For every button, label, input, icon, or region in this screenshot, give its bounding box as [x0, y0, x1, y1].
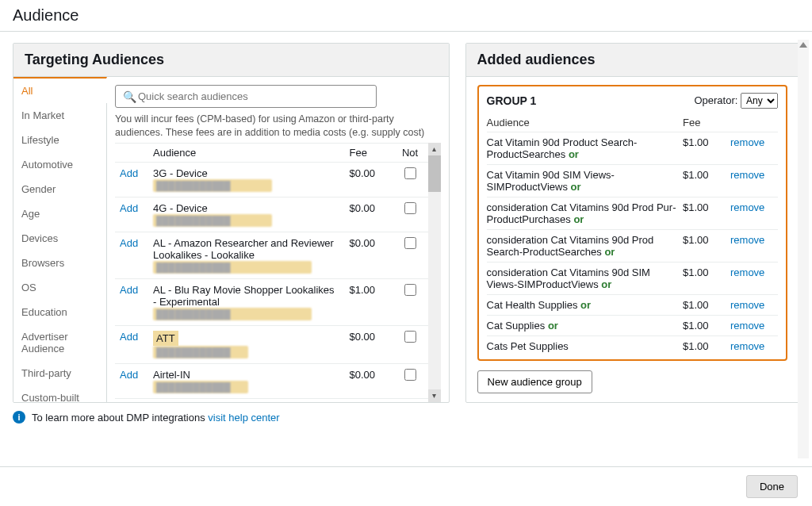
added-name: consideration Cat Vitamins 90d Prod Sear…: [487, 234, 654, 258]
fee-disclaimer: You will incur fees (CPM-based) for usin…: [115, 113, 441, 140]
added-row: Cat Supplies or$1.00remove: [487, 316, 778, 336]
page-scrollbar[interactable]: [798, 40, 809, 458]
scroll-up-icon[interactable]: ▴: [428, 143, 441, 155]
category-tab[interactable]: Automotive: [13, 152, 106, 177]
col-not: Not: [393, 144, 428, 163]
category-tab[interactable]: Age: [13, 201, 106, 226]
added-fee: $1.00: [683, 169, 730, 181]
or-label: or: [571, 181, 581, 193]
or-label: or: [604, 246, 615, 258]
scroll-thumb[interactable]: [428, 155, 441, 192]
added-fee: $1.00: [683, 266, 730, 278]
scroll-down-icon[interactable]: ▾: [428, 389, 441, 402]
table-row: AddAL - Blu Ray Movie Shopper Lookalikes…: [115, 278, 428, 325]
category-tab[interactable]: Third-party: [13, 361, 106, 385]
added-name: Cats Pet Supplies: [487, 340, 569, 352]
fee-cell: $1.00: [345, 278, 393, 325]
table-row: AddAlexa Skills - Contextual Product Cat…: [115, 398, 428, 402]
added-fee: $1.00: [683, 299, 730, 311]
table-scrollbar[interactable]: ▴ ▾: [428, 143, 441, 402]
added-fee: $1.00: [683, 320, 730, 332]
audience-group: GROUP 1 Operator: Any Audience Fee: [477, 85, 787, 361]
category-tab[interactable]: All: [13, 77, 107, 103]
add-link[interactable]: Add: [120, 167, 138, 179]
remove-link[interactable]: remove: [730, 169, 764, 181]
or-label: or: [573, 213, 584, 225]
new-audience-group-button[interactable]: New audience group: [477, 370, 592, 393]
fee-cell: $0.00: [345, 325, 393, 363]
not-checkbox[interactable]: [404, 284, 416, 296]
fee-cell: $0.00: [345, 197, 393, 232]
fee-cell: $0.00: [345, 232, 393, 278]
remove-link[interactable]: remove: [730, 299, 764, 311]
info-text: To learn more about DMP integrations: [32, 412, 208, 424]
operator-select[interactable]: Any: [741, 93, 778, 109]
added-row: consideration Cat Vitamins 90d SIM Views…: [487, 263, 778, 295]
add-link[interactable]: Add: [120, 237, 138, 249]
added-row: consideration Cat Vitamins 90d Prod Pur-…: [487, 197, 778, 230]
info-bar: i To learn more about DMP integrations v…: [0, 403, 812, 431]
search-input[interactable]: [115, 85, 377, 108]
added-name: Cat Health Supplies: [487, 299, 578, 311]
not-checkbox[interactable]: [404, 369, 416, 381]
added-name: Cat Vitamin 90d Product Search-ProductSe…: [487, 136, 638, 160]
category-tab[interactable]: Education: [13, 300, 106, 324]
table-row: AddAirtel-IN████████████$0.00: [115, 363, 428, 398]
not-checkbox[interactable]: [404, 167, 416, 179]
operator-label: Operator:: [694, 94, 737, 106]
remove-link[interactable]: remove: [730, 136, 764, 148]
remove-link[interactable]: remove: [730, 201, 764, 213]
added-row: Cat Vitamin 90d SIM Views-SIMProductView…: [487, 165, 778, 197]
remove-link[interactable]: remove: [730, 340, 764, 352]
group-label: GROUP 1: [487, 94, 537, 107]
or-label: or: [601, 278, 611, 290]
col-audience: Audience: [148, 144, 345, 163]
or-label: or: [580, 299, 591, 311]
added-fee: $1.00: [683, 234, 730, 246]
table-row: AddAL - Amazon Researcher and Reviewer L…: [115, 232, 428, 278]
added-row: Cat Health Supplies or$1.00remove: [487, 295, 778, 316]
add-link[interactable]: Add: [120, 331, 138, 343]
category-tab[interactable]: Custom-built: [13, 385, 106, 403]
not-checkbox[interactable]: [404, 202, 416, 214]
added-name: Cat Vitamin 90d SIM Views-SIMProductView…: [487, 169, 615, 193]
added-fee: $1.00: [683, 201, 730, 213]
remove-link[interactable]: remove: [730, 266, 764, 278]
added-name: consideration Cat Vitamins 90d SIM Views…: [487, 266, 650, 290]
category-tab[interactable]: Gender: [13, 177, 106, 201]
table-row: Add3G - Device████████████$0.00: [115, 162, 428, 197]
done-button[interactable]: Done: [746, 475, 798, 498]
help-link[interactable]: visit help center: [208, 412, 279, 424]
add-link[interactable]: Add: [120, 369, 138, 381]
scroll-up-icon[interactable]: [799, 42, 807, 48]
category-tab[interactable]: Devices: [13, 226, 106, 251]
added-fee: $1.00: [683, 340, 730, 352]
or-label: or: [548, 320, 558, 332]
not-checkbox[interactable]: [404, 237, 416, 249]
fee-cell: $0.00: [345, 398, 393, 402]
added-row: consideration Cat Vitamins 90d Prod Sear…: [487, 230, 778, 263]
category-tab[interactable]: Lifestyle: [13, 128, 106, 152]
added-panel-title: Added audiences: [466, 44, 799, 77]
targeting-panel: Targeting Audiences AllIn MarketLifestyl…: [13, 43, 450, 403]
col-fee: Fee: [345, 144, 393, 163]
category-tab[interactable]: Browsers: [13, 251, 106, 275]
added-row: Cats Pet Supplies$1.00remove: [487, 336, 778, 356]
page-title: Audience: [0, 0, 812, 32]
fee-cell: $0.00: [345, 162, 393, 197]
added-name: Cat Supplies: [487, 320, 546, 332]
remove-link[interactable]: remove: [730, 320, 764, 332]
category-tab[interactable]: Advertiser Audience: [13, 324, 106, 361]
not-checkbox[interactable]: [404, 331, 416, 343]
added-panel: Added audiences GROUP 1 Operator: Any Au…: [465, 43, 799, 403]
category-tab[interactable]: OS: [13, 275, 106, 300]
or-label: or: [569, 148, 579, 160]
table-row: Add4G - Device████████████$0.00: [115, 197, 428, 232]
add-link[interactable]: Add: [120, 284, 138, 296]
added-col-fee: Fee: [683, 117, 730, 128]
added-fee: $1.00: [683, 136, 730, 148]
remove-link[interactable]: remove: [730, 234, 764, 246]
add-link[interactable]: Add: [120, 202, 138, 214]
search-icon: 🔍: [123, 90, 136, 103]
category-tab[interactable]: In Market: [13, 103, 106, 128]
